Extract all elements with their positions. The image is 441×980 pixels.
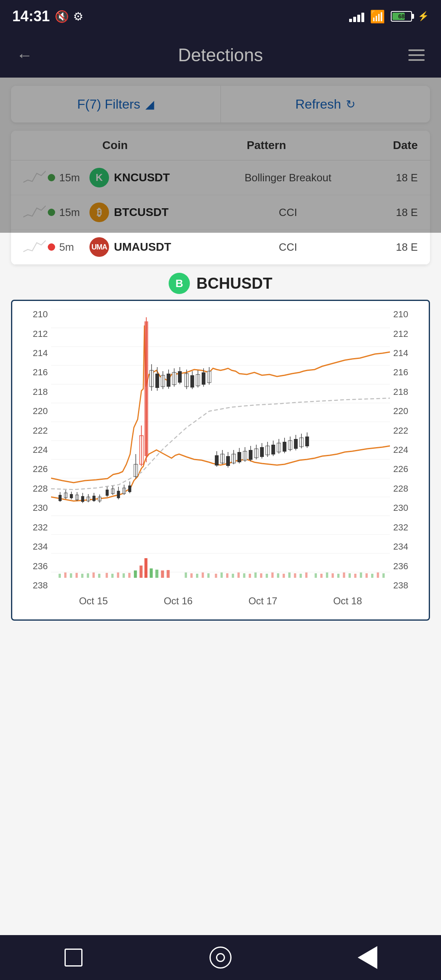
settings-icon: ⚙ (73, 10, 83, 23)
status-bar: 14:31 🔇 ⚙ 📶 68 ⚡ (0, 0, 441, 33)
signal-bar-1 (349, 19, 352, 22)
svg-rect-120 (117, 572, 119, 578)
svg-rect-139 (277, 573, 279, 578)
svg-rect-117 (98, 574, 100, 578)
svg-rect-132 (238, 572, 240, 578)
svg-rect-156 (377, 572, 379, 578)
back-button[interactable]: ← (16, 46, 33, 65)
svg-rect-147 (326, 572, 328, 578)
svg-rect-148 (332, 573, 334, 578)
chart-coin-icon: B (169, 273, 190, 294)
svg-rect-138 (272, 572, 274, 578)
svg-rect-115 (87, 573, 89, 578)
nav-home-button[interactable] (206, 943, 235, 972)
chart-header: B BCHUSDT (11, 273, 430, 294)
battery-level: 68 (398, 13, 405, 20)
svg-rect-127 (207, 573, 210, 578)
svg-rect-155 (371, 574, 374, 578)
menu-line-1 (408, 49, 425, 51)
svg-rect-146 (320, 574, 323, 578)
svg-rect-137 (266, 574, 268, 578)
svg-rect-113 (76, 573, 78, 578)
svg-rect-129 (220, 572, 223, 578)
y-label: 232 (20, 522, 51, 533)
table-row[interactable]: 5m UMA UMAUSDT CCI 18 E (11, 230, 430, 265)
x-label: Oct 16 (164, 595, 193, 607)
y-label: 236 (20, 561, 51, 572)
svg-rect-123 (185, 572, 187, 578)
y-label: 212 (20, 329, 51, 339)
nav-recent-button[interactable] (59, 943, 88, 972)
svg-rect-118 (106, 573, 108, 578)
svg-rect-141 (288, 572, 291, 578)
menu-button[interactable] (408, 49, 425, 61)
page-title: Detections (178, 45, 263, 65)
y-label-right: 218 (390, 387, 421, 397)
y-label-right: 232 (390, 522, 421, 533)
status-right: 📶 68 ⚡ (349, 9, 429, 24)
svg-rect-149 (337, 574, 340, 578)
signal-bar-2 (353, 17, 356, 22)
chart-svg (51, 309, 390, 591)
nav-back-button[interactable] (353, 943, 382, 972)
svg-rect-150 (343, 572, 345, 578)
svg-rect-135 (254, 572, 257, 578)
chart-section: B BCHUSDT 238 236 234 232 230 228 226 22… (11, 273, 430, 621)
square-icon (65, 949, 82, 967)
coin-name: UMAUSDT (114, 241, 209, 254)
x-axis: Oct 15 Oct 16 Oct 17 Oct 18 (51, 591, 390, 611)
svg-rect-126 (202, 572, 204, 578)
status-time: 14:31 (12, 8, 50, 25)
signal-bars (349, 11, 364, 22)
svg-rect-128 (215, 574, 217, 578)
svg-rect-140 (283, 574, 285, 578)
svg-rect-131 (232, 574, 234, 578)
date: 18 E (367, 241, 418, 254)
chart-box: 238 236 234 232 230 228 226 224 222 220 … (11, 300, 430, 621)
svg-rect-121 (122, 573, 125, 578)
y-label-right: 210 (390, 309, 421, 320)
y-label: 214 (20, 348, 51, 359)
mute-icon: 🔇 (55, 10, 69, 23)
y-label: 228 (20, 483, 51, 494)
y-label: 220 (20, 406, 51, 416)
y-label-right: 228 (390, 483, 421, 494)
x-label: Oct 17 (248, 595, 277, 607)
y-label: 222 (20, 425, 51, 436)
menu-line-2 (408, 54, 425, 56)
signal-bar-3 (357, 15, 360, 22)
svg-rect-151 (349, 573, 351, 578)
svg-rect-122 (128, 573, 131, 578)
coin-icon: UMA (89, 237, 109, 257)
y-label-right: 216 (390, 367, 421, 378)
menu-line-3 (408, 59, 425, 61)
svg-rect-153 (360, 572, 362, 578)
svg-rect-109 (167, 570, 169, 578)
signal-bar-4 (361, 13, 364, 22)
x-label: Oct 15 (79, 595, 108, 607)
svg-rect-144 (305, 572, 308, 578)
y-label-right: 212 (390, 329, 421, 339)
app-header: ← Detections (0, 33, 441, 78)
svg-rect-108 (161, 570, 164, 578)
y-label: 230 (20, 503, 51, 513)
bg-overlay (0, 78, 441, 233)
svg-rect-104 (140, 566, 143, 578)
wifi-icon: 📶 (370, 9, 385, 24)
circle-icon (209, 947, 232, 969)
svg-rect-114 (81, 574, 84, 578)
svg-rect-157 (383, 573, 385, 578)
bottom-nav (0, 935, 441, 980)
y-label-right: 236 (390, 561, 421, 572)
y-label-right: 238 (390, 580, 421, 591)
svg-rect-145 (315, 573, 317, 578)
timeframe: 5m (59, 241, 84, 254)
svg-rect-134 (249, 574, 251, 578)
status-icons: 🔇 ⚙ (55, 10, 83, 23)
triangle-icon (358, 946, 377, 969)
y-label: 226 (20, 464, 51, 474)
battery-container: 68 (391, 11, 412, 22)
svg-rect-154 (365, 573, 368, 578)
chart-coin-name: BCHUSDT (196, 275, 272, 292)
svg-rect-136 (260, 573, 263, 578)
